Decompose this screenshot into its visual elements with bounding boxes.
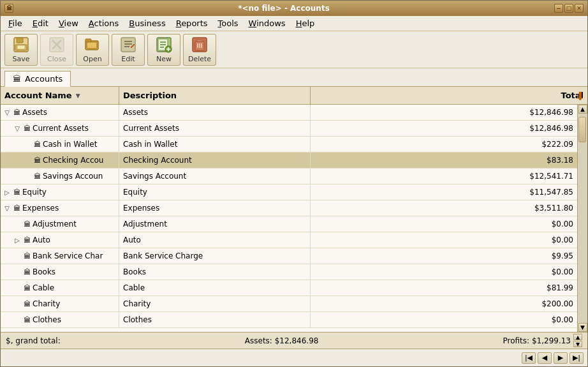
window-title: *<no file> - Accounts <box>13 4 554 13</box>
table-row[interactable]: Cable Cable $81.99 <box>1 280 577 296</box>
table-row[interactable]: Bank Service Char Bank Service Charge $9… <box>1 248 577 264</box>
cell-description: Clothes <box>119 312 311 327</box>
account-icon <box>12 204 21 213</box>
delete-icon <box>191 36 209 54</box>
table-row[interactable]: Charity Charity $200.00 <box>1 296 577 312</box>
menu-view[interactable]: View <box>54 17 84 29</box>
scroll-up-button[interactable]: ▲ <box>578 105 587 114</box>
edit-button[interactable]: Edit <box>112 34 145 66</box>
close-button[interactable]: Close <box>40 34 73 66</box>
table-row[interactable]: Clothes Clothes $0.00 <box>1 312 577 328</box>
column-account-name[interactable]: Account Name ▼ <box>1 87 119 104</box>
title-controls: − □ ✕ <box>554 4 584 13</box>
column-total: Total <box>311 88 587 103</box>
page-prev-button[interactable]: ◀ <box>538 352 552 364</box>
table-header: Account Name ▼ Description Total ⬇ <box>1 87 587 105</box>
menu-actions[interactable]: Actions <box>84 17 124 29</box>
tree-toggle[interactable]: ▽ <box>3 204 11 212</box>
cell-description: Checking Account <box>119 153 311 168</box>
cell-description: Current Assets <box>119 121 311 136</box>
maximize-button[interactable]: □ <box>564 4 573 13</box>
cell-account-name: Checking Accou <box>1 153 119 168</box>
account-icon <box>22 124 31 133</box>
tree-toggle[interactable]: ▷ <box>3 188 11 196</box>
table-row[interactable]: Savings Accoun Savings Account $12,541.7… <box>1 169 577 184</box>
cell-description: Auto <box>119 232 311 248</box>
status-up-button[interactable]: ▲ <box>573 334 582 340</box>
tree-toggle[interactable]: ▽ <box>13 124 21 132</box>
save-icon <box>12 36 30 54</box>
account-icon <box>33 140 41 149</box>
close-button[interactable]: ✕ <box>575 4 584 13</box>
cell-total: $0.00 <box>311 234 577 246</box>
cell-account-name: ▷ Equity <box>1 184 119 200</box>
tree-toggle <box>13 300 21 308</box>
table-row[interactable]: ▷ Auto Auto $0.00 <box>1 232 577 248</box>
status-stepper[interactable]: ▲ ▼ <box>573 334 582 347</box>
content-area: Account Name ▼ Description Total ⬇ ▽ Ass… <box>1 87 587 348</box>
cell-description: Savings Account <box>119 169 311 184</box>
save-button[interactable]: Save <box>4 34 38 66</box>
accounts-table[interactable]: ▽ Assets Assets $12,846.98 ▽ <box>1 105 577 332</box>
close-icon <box>48 36 66 54</box>
svg-rect-8 <box>85 39 91 42</box>
table-row[interactable]: Cash in Wallet Cash in Wallet $222.09 <box>1 137 577 153</box>
menu-reports[interactable]: Reports <box>171 17 213 29</box>
table-row[interactable]: ▽ Expenses Expenses $3,511.80 <box>1 200 577 216</box>
menu-tools[interactable]: Tools <box>213 17 244 29</box>
tree-toggle <box>24 140 31 148</box>
tree-toggle <box>24 172 31 180</box>
tree-toggle[interactable]: ▷ <box>13 236 21 244</box>
page-next-button[interactable]: ▶ <box>554 352 568 364</box>
table-row[interactable]: Checking Accou Checking Account $83.18 <box>1 153 577 169</box>
scroll-down-button[interactable]: ▼ <box>578 323 587 332</box>
tab-accounts[interactable]: 🏛 Accounts <box>4 71 71 87</box>
new-button[interactable]: New <box>147 34 180 66</box>
tree-toggle[interactable]: ▽ <box>3 109 11 116</box>
grand-total-label: $, grand total: <box>6 336 61 345</box>
menu-edit[interactable]: Edit <box>27 17 54 29</box>
menu-windows[interactable]: Windows <box>244 17 291 29</box>
bottom-nav: |◀ ◀ ▶ ▶| <box>1 348 587 366</box>
account-icon <box>22 251 31 260</box>
account-icon <box>22 220 31 228</box>
page-first-button[interactable]: |◀ <box>522 352 536 364</box>
scroll-thumb[interactable] <box>578 117 586 142</box>
open-button[interactable]: Open <box>76 34 109 66</box>
page-last-button[interactable]: ▶| <box>570 352 584 364</box>
vertical-scrollbar[interactable]: ▲ ▼ <box>577 105 587 332</box>
table-row[interactable]: Adjustment Adjustment $0.00 <box>1 216 577 232</box>
table-row[interactable]: Books Books $0.00 <box>1 264 577 280</box>
menu-help[interactable]: Help <box>291 17 320 29</box>
cell-description: Cash in Wallet <box>119 137 311 152</box>
menu-business[interactable]: Business <box>124 17 170 29</box>
account-icon <box>22 236 31 244</box>
status-right: Profits: $1,299.13 ▲ ▼ <box>503 334 582 347</box>
account-icon <box>22 283 31 292</box>
scroll-track <box>578 114 587 323</box>
column-sort-arrow[interactable]: ▼ <box>76 93 80 99</box>
account-icon <box>22 267 31 276</box>
table-row[interactable]: ▽ Current Assets Current Assets $12,846.… <box>1 121 577 137</box>
cell-total: $11,547.85 <box>311 186 577 198</box>
window-menu-button[interactable]: 🏛 <box>4 4 13 13</box>
cell-account-name: Cable <box>1 280 119 296</box>
cell-total: $3,511.80 <box>311 202 577 214</box>
cell-account-name: Adjustment <box>1 216 119 232</box>
sort-down-icon: ⬇ <box>575 89 585 102</box>
delete-button[interactable]: Delete <box>183 34 216 66</box>
menu-file[interactable]: File <box>3 17 27 29</box>
table-row[interactable]: ▽ Assets Assets $12,846.98 <box>1 105 577 121</box>
status-down-button[interactable]: ▼ <box>573 341 582 347</box>
cell-account-name: ▷ Auto <box>1 232 119 248</box>
table-row[interactable]: ▷ Equity Equity $11,547.85 <box>1 184 577 200</box>
account-icon <box>12 188 21 197</box>
profits-status: Profits: $1,299.13 <box>503 336 571 345</box>
main-window: 🏛 *<no file> - Accounts − □ ✕ File Edit … <box>0 0 588 367</box>
assets-status: Assets: $12,846.98 <box>245 336 319 345</box>
minimize-button[interactable]: − <box>554 4 563 13</box>
cell-account-name: Bank Service Char <box>1 248 119 264</box>
menubar: File Edit View Actions Business Reports … <box>1 16 587 31</box>
cell-total: $83.18 <box>311 154 577 166</box>
cell-account-name: ▽ Current Assets <box>1 121 119 136</box>
